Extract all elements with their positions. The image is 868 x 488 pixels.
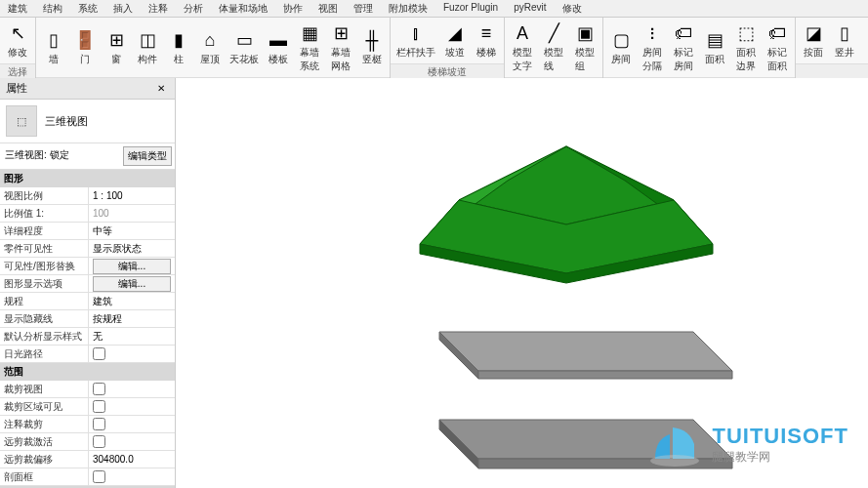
wall-button[interactable]: ▯墙 [38, 26, 69, 68]
section-box-checkbox[interactable] [93, 470, 105, 483]
parts-visibility[interactable]: 显示原状态 [88, 240, 175, 257]
area-tag-icon: 🏷 [765, 21, 789, 45]
curtain-grid-button[interactable]: ⊞幕墙 网格 [325, 20, 356, 75]
grid-icon: ⊞ [329, 21, 352, 45]
properties-panel: 属性 ✕ ⬚ 三维视图 三维视图: 锁定 编辑类型 图形 视图比例 比例值 1:… [0, 78, 176, 488]
far-offset-value[interactable]: 304800.0 [88, 451, 175, 468]
ribbon: ↖ 修改 选择 ▯墙 🚪门 ⊞窗 ◫构件 ▮柱 ⌂屋顶 ▭天花板 ▬楼板 ▦幕墙… [0, 18, 868, 78]
svg-marker-7 [478, 371, 732, 379]
window-button[interactable]: ⊞窗 [101, 26, 132, 68]
floor-icon: ▬ [267, 28, 290, 52]
area-button[interactable]: ▤面积 [699, 26, 730, 68]
component-icon: ◫ [136, 28, 159, 52]
room-sep-button[interactable]: ⫶房间 分隔 [637, 20, 668, 75]
tab[interactable]: 插入 [105, 0, 141, 17]
window-icon: ⊞ [104, 28, 128, 52]
component-button[interactable]: ◫构件 [132, 26, 163, 68]
tab[interactable]: 分析 [176, 0, 211, 17]
door-icon: 🚪 [73, 28, 97, 52]
tag-room-button[interactable]: 🏷标记 房间 [668, 20, 699, 75]
modify-button[interactable]: ↖ 修改 [2, 20, 33, 61]
sun-path-checkbox[interactable] [93, 347, 105, 360]
wall-opening-button[interactable]: ◻墙 [860, 20, 868, 61]
curtain-icon: ▦ [298, 21, 321, 45]
visibility-edit-button[interactable]: 编辑... [93, 259, 171, 274]
crop-view-checkbox[interactable] [93, 383, 105, 395]
tab[interactable]: 协作 [275, 0, 310, 17]
tag-icon: 🏷 [672, 21, 695, 45]
stair-button[interactable]: ≡楼梯 [471, 20, 502, 61]
curtain-system-button[interactable]: ▦幕墙 系统 [294, 20, 325, 75]
area-boundary-button[interactable]: ⬚面积 边界 [730, 20, 762, 75]
watermark-title: TUITUISOFT [712, 424, 848, 449]
face-icon: ◪ [802, 21, 825, 45]
type-header: ⬚ 三维视图 [0, 100, 175, 143]
tab[interactable]: 系统 [70, 0, 105, 17]
tag-area-button[interactable]: 🏷标记 面积 [762, 20, 793, 75]
by-face-button[interactable]: ◪按面 [798, 20, 829, 61]
view-scale-value[interactable] [88, 187, 175, 204]
display-options-button[interactable]: 编辑... [93, 276, 171, 292]
anno-crop-checkbox[interactable] [93, 418, 105, 430]
logo-icon [645, 420, 704, 468]
tab[interactable]: 附加模块 [381, 0, 435, 17]
show-hidden-value[interactable]: 按规程 [88, 310, 175, 327]
line-icon: ╱ [542, 21, 565, 45]
watermark: TUITUISOFT 腿腿教学网 [645, 420, 848, 468]
section-extents: 范围 [0, 363, 175, 381]
room-button[interactable]: ▢房间 [605, 26, 637, 68]
ceiling-icon: ▭ [232, 28, 256, 52]
tab[interactable]: 建筑 [0, 0, 35, 17]
area-bd-icon: ⬚ [734, 21, 758, 45]
wall-icon: ▯ [42, 28, 65, 52]
view-type-label: 三维视图 [45, 114, 88, 129]
tab[interactable]: 管理 [346, 0, 381, 17]
railing-icon: ⫿ [404, 21, 428, 45]
ramp-button[interactable]: ◢坡道 [439, 20, 471, 61]
stair-icon: ≡ [475, 21, 498, 45]
roof-icon: ⌂ [198, 28, 222, 52]
railing-button[interactable]: ⫿栏杆扶手 [393, 20, 439, 61]
text-icon: A [511, 21, 534, 45]
edit-type-button[interactable]: 编辑类型 [123, 146, 172, 166]
analysis-value[interactable]: 无 [88, 328, 175, 345]
far-clip-checkbox[interactable] [93, 435, 105, 448]
tab[interactable]: pyRevit [506, 0, 554, 17]
tab[interactable]: 视图 [310, 0, 346, 17]
tab[interactable]: 修改 [555, 0, 590, 17]
panel-title-bar: 属性 ✕ [0, 78, 175, 100]
group-icon: ▣ [573, 21, 597, 45]
detail-level[interactable]: 中等 [88, 223, 175, 239]
section-graphics: 图形 [0, 170, 175, 187]
shaft-button[interactable]: ▯竖井 [829, 20, 860, 61]
tab[interactable]: 体量和场地 [211, 0, 275, 17]
ribbon-tabs: 建筑 结构 系统 插入 注释 分析 体量和场地 协作 视图 管理 附加模块 Fu… [0, 0, 868, 18]
crop-visible-checkbox[interactable] [93, 400, 105, 413]
tab[interactable]: 注释 [141, 0, 176, 17]
model-text-button[interactable]: A模型 文字 [507, 20, 538, 75]
area-icon: ▤ [703, 28, 726, 52]
shaft-icon: ▯ [833, 21, 856, 45]
mullion-icon: ╫ [360, 28, 384, 52]
view-3d-icon: ⬚ [6, 105, 37, 137]
scale-value: 100 [88, 205, 175, 222]
svg-point-11 [650, 455, 699, 467]
close-icon[interactable]: ✕ [157, 83, 169, 95]
discipline-value[interactable]: 建筑 [88, 293, 175, 309]
ceiling-button[interactable]: ▭天花板 [226, 26, 263, 68]
model-group-button[interactable]: ▣模型 组 [569, 20, 600, 75]
floor-button[interactable]: ▬楼板 [263, 26, 294, 68]
viewport-3d[interactable]: TUITUISOFT 腿腿教学网 [176, 78, 868, 488]
column-button[interactable]: ▮柱 [163, 26, 194, 68]
wall-open-icon: ◻ [864, 21, 868, 45]
type-selector[interactable]: 三维视图: 锁定 [3, 146, 123, 166]
roof-button[interactable]: ⌂屋顶 [194, 26, 226, 68]
model-line-button[interactable]: ╱模型 线 [538, 20, 569, 75]
mullion-button[interactable]: ╫竖梃 [356, 26, 388, 68]
ramp-icon: ◢ [443, 21, 467, 45]
sep-icon: ⫶ [641, 21, 664, 45]
tab[interactable]: 结构 [35, 0, 70, 17]
tab[interactable]: Fuzor Plugin [435, 0, 506, 17]
column-icon: ▮ [167, 28, 190, 52]
door-button[interactable]: 🚪门 [69, 26, 101, 68]
